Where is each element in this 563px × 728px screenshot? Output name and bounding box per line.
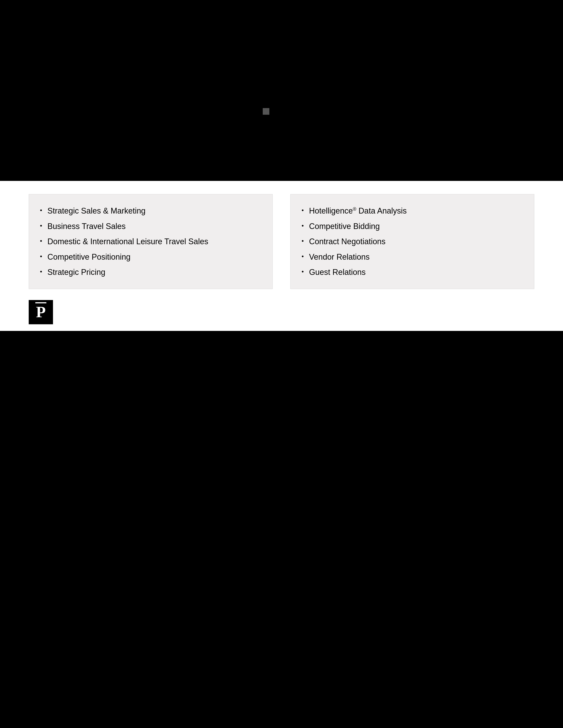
list-item: Domestic & International Leisure Travel … xyxy=(40,234,261,249)
list-item: Competitive Bidding xyxy=(302,219,523,234)
right-bullet-box: Hotelligence® Data Analysis Competitive … xyxy=(290,194,534,289)
list-item-text: Domestic & International Leisure Travel … xyxy=(47,235,208,248)
logo-letter: P xyxy=(36,303,46,321)
list-item-text: Competitive Positioning xyxy=(47,251,130,263)
list-item: Strategic Pricing xyxy=(40,265,261,280)
logo-overline xyxy=(35,302,46,303)
logo-area: P xyxy=(29,300,534,324)
right-list: Hotelligence® Data Analysis Competitive … xyxy=(302,203,523,280)
two-column-section: Strategic Sales & Marketing Business Tra… xyxy=(29,194,534,289)
list-item-text: Strategic Sales & Marketing xyxy=(47,205,145,217)
logo-box: P xyxy=(29,300,53,324)
top-black-area xyxy=(0,0,563,181)
left-bullet-box: Strategic Sales & Marketing Business Tra… xyxy=(29,194,273,289)
list-item-text: Strategic Pricing xyxy=(47,266,105,279)
small-square xyxy=(263,108,269,115)
list-item-text: Vendor Relations xyxy=(309,251,370,263)
list-item-text: Competitive Bidding xyxy=(309,220,380,233)
list-item-text: Guest Relations xyxy=(309,266,366,279)
page-content: Strategic Sales & Marketing Business Tra… xyxy=(0,0,563,728)
list-item-text: Contract Negotiations xyxy=(309,235,386,248)
list-item-text: Business Travel Sales xyxy=(47,220,126,233)
list-item: Guest Relations xyxy=(302,265,523,280)
white-content-area: Strategic Sales & Marketing Business Tra… xyxy=(0,181,563,338)
left-list: Strategic Sales & Marketing Business Tra… xyxy=(40,203,261,280)
list-item: Competitive Positioning xyxy=(40,249,261,265)
list-item: Business Travel Sales xyxy=(40,219,261,234)
list-item: Vendor Relations xyxy=(302,249,523,265)
bottom-black-area xyxy=(0,331,563,728)
list-item-text: Hotelligence® Data Analysis xyxy=(309,205,407,217)
list-item: Strategic Sales & Marketing xyxy=(40,203,261,219)
list-item: Hotelligence® Data Analysis xyxy=(302,203,523,219)
list-item: Contract Negotiations xyxy=(302,234,523,249)
